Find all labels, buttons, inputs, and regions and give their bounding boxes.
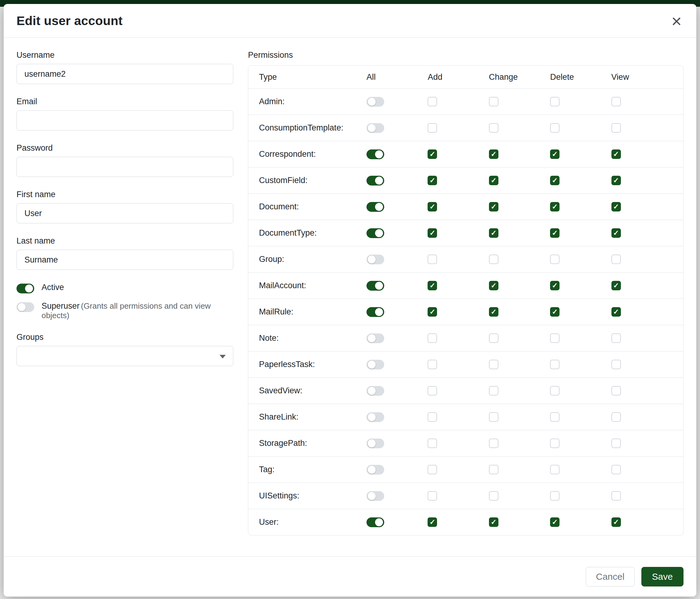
permission-checkbox-view[interactable]: [611, 360, 621, 369]
permission-checkbox-change[interactable]: [489, 333, 498, 343]
permission-checkbox-add[interactable]: [428, 360, 437, 369]
active-toggle-row: Active: [17, 283, 233, 293]
last-name-input[interactable]: [17, 250, 233, 270]
permission-checkbox-change[interactable]: [489, 149, 498, 159]
permission-toggle-all[interactable]: [367, 465, 384, 475]
permission-checkbox-add[interactable]: [428, 176, 437, 185]
permission-checkbox-change[interactable]: [489, 97, 498, 106]
permission-checkbox-delete[interactable]: [550, 176, 559, 185]
permission-checkbox-delete[interactable]: [550, 386, 559, 396]
permission-checkbox-view[interactable]: [611, 202, 621, 212]
permission-checkbox-add[interactable]: [428, 333, 437, 343]
first-name-input[interactable]: [17, 203, 233, 223]
permission-toggle-all[interactable]: [367, 149, 384, 159]
permission-checkbox-change[interactable]: [489, 491, 498, 501]
permission-checkbox-add[interactable]: [428, 255, 437, 264]
permission-checkbox-add[interactable]: [428, 307, 437, 317]
permission-toggle-all[interactable]: [367, 97, 384, 107]
permission-checkbox-add[interactable]: [428, 518, 437, 527]
permission-toggle-all[interactable]: [367, 491, 384, 501]
permission-checkbox-add[interactable]: [428, 149, 437, 159]
permission-checkbox-delete[interactable]: [550, 307, 559, 317]
permission-checkbox-delete[interactable]: [550, 465, 559, 474]
permission-checkbox-view[interactable]: [611, 465, 621, 474]
permission-checkbox-view[interactable]: [611, 281, 621, 290]
permission-checkbox-add[interactable]: [428, 228, 437, 238]
permission-row: ConsumptionTemplate:: [248, 115, 683, 141]
permission-checkbox-change[interactable]: [489, 176, 498, 185]
permission-checkbox-view[interactable]: [611, 123, 621, 133]
permission-checkbox-delete[interactable]: [550, 491, 559, 501]
chevron-down-icon: [220, 355, 226, 358]
permission-checkbox-change[interactable]: [489, 255, 498, 264]
permission-toggle-all[interactable]: [367, 386, 384, 396]
permission-checkbox-view[interactable]: [611, 307, 621, 317]
superuser-toggle[interactable]: [17, 302, 34, 312]
permission-toggle-all[interactable]: [367, 412, 384, 422]
permission-checkbox-delete[interactable]: [550, 412, 559, 422]
permission-checkbox-view[interactable]: [611, 438, 621, 448]
permission-toggle-all[interactable]: [367, 307, 384, 317]
permission-checkbox-add[interactable]: [428, 97, 437, 106]
permission-checkbox-delete[interactable]: [550, 333, 559, 343]
permission-checkbox-delete[interactable]: [550, 228, 559, 238]
permission-checkbox-add[interactable]: [428, 412, 437, 422]
permission-checkbox-change[interactable]: [489, 281, 498, 290]
permission-checkbox-view[interactable]: [611, 333, 621, 343]
permission-toggle-all[interactable]: [367, 176, 384, 186]
password-input[interactable]: [17, 157, 233, 177]
permission-checkbox-delete[interactable]: [550, 438, 559, 448]
permission-checkbox-change[interactable]: [489, 518, 498, 527]
permission-checkbox-delete[interactable]: [550, 360, 559, 369]
permission-checkbox-add[interactable]: [428, 202, 437, 212]
permission-checkbox-view[interactable]: [611, 255, 621, 264]
permission-checkbox-delete[interactable]: [550, 281, 559, 290]
permission-checkbox-change[interactable]: [489, 228, 498, 238]
cancel-button[interactable]: Cancel: [586, 567, 634, 586]
permission-toggle-all[interactable]: [367, 438, 384, 448]
permission-toggle-all[interactable]: [367, 360, 384, 369]
permission-checkbox-change[interactable]: [489, 465, 498, 474]
permission-checkbox-add[interactable]: [428, 438, 437, 448]
permission-checkbox-change[interactable]: [489, 123, 498, 133]
email-input[interactable]: [17, 110, 233, 130]
permission-checkbox-add[interactable]: [428, 386, 437, 396]
permission-checkbox-change[interactable]: [489, 386, 498, 396]
permission-checkbox-add[interactable]: [428, 281, 437, 290]
permission-checkbox-add[interactable]: [428, 123, 437, 133]
permission-toggle-all[interactable]: [367, 281, 384, 291]
permission-checkbox-change[interactable]: [489, 360, 498, 369]
permission-toggle-all[interactable]: [367, 518, 384, 527]
permission-checkbox-change[interactable]: [489, 307, 498, 317]
permission-toggle-all[interactable]: [367, 333, 384, 343]
email-field-group: Email: [17, 97, 233, 130]
permission-checkbox-view[interactable]: [611, 412, 621, 422]
permission-checkbox-delete[interactable]: [550, 149, 559, 159]
permission-checkbox-delete[interactable]: [550, 255, 559, 264]
permission-checkbox-view[interactable]: [611, 149, 621, 159]
permission-checkbox-change[interactable]: [489, 202, 498, 212]
username-input[interactable]: [17, 64, 233, 84]
permission-checkbox-view[interactable]: [611, 97, 621, 106]
permission-checkbox-delete[interactable]: [550, 123, 559, 133]
close-icon[interactable]: ×: [670, 15, 683, 27]
permission-checkbox-delete[interactable]: [550, 518, 559, 527]
save-button[interactable]: Save: [641, 567, 683, 586]
permission-toggle-all[interactable]: [367, 228, 384, 238]
permission-toggle-all[interactable]: [367, 123, 384, 133]
permission-checkbox-delete[interactable]: [550, 202, 559, 212]
permission-checkbox-view[interactable]: [611, 386, 621, 396]
permission-checkbox-view[interactable]: [611, 228, 621, 238]
permission-checkbox-view[interactable]: [611, 176, 621, 185]
active-toggle[interactable]: [17, 284, 34, 293]
permission-checkbox-change[interactable]: [489, 412, 498, 422]
permission-checkbox-view[interactable]: [611, 518, 621, 527]
permission-checkbox-add[interactable]: [428, 465, 437, 474]
permission-checkbox-add[interactable]: [428, 491, 437, 501]
permission-checkbox-view[interactable]: [611, 491, 621, 501]
permission-toggle-all[interactable]: [367, 202, 384, 212]
permission-checkbox-delete[interactable]: [550, 97, 559, 106]
groups-select[interactable]: [17, 346, 233, 366]
permission-checkbox-change[interactable]: [489, 438, 498, 448]
permission-toggle-all[interactable]: [367, 255, 384, 264]
